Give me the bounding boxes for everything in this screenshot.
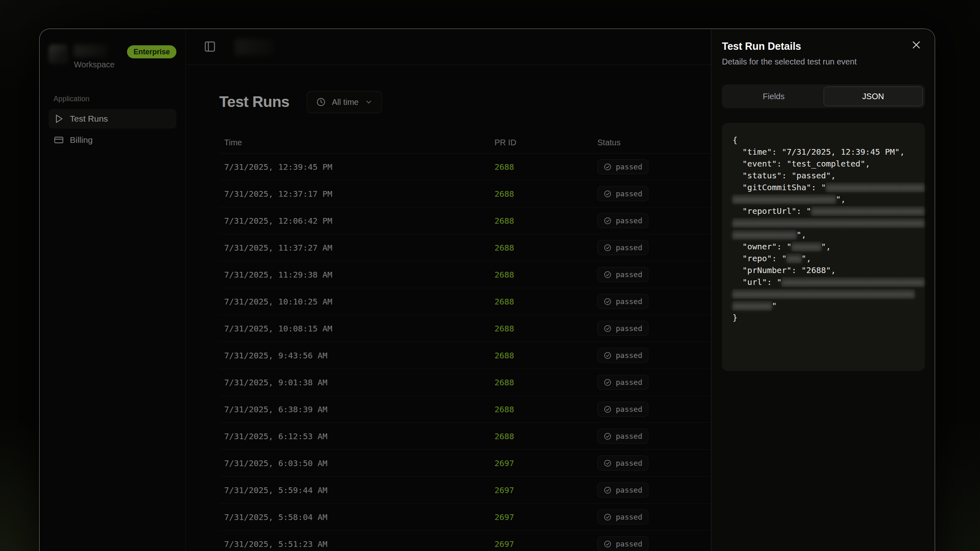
table-row[interactable]: 7/31/2025, 9:43:56 AM 2688 passed [219, 342, 710, 369]
redacted-value: xxx [786, 253, 801, 263]
table-row[interactable]: 7/31/2025, 5:51:23 AM 2697 passed [219, 531, 710, 551]
cell-time: 7/31/2025, 11:29:38 AM [219, 270, 490, 280]
status-label: passed [616, 459, 642, 467]
circle-check-icon [604, 513, 612, 521]
table-row[interactable]: 7/31/2025, 10:10:25 AM 2688 passed [219, 288, 710, 315]
workspace-meta: Workspace [74, 44, 121, 69]
table-row[interactable]: 7/31/2025, 10:08:15 AM 2688 passed [219, 315, 710, 342]
tab-json[interactable]: JSON [824, 87, 923, 106]
table-row[interactable]: 7/31/2025, 6:03:50 AM 2697 passed [219, 450, 710, 477]
cell-pr-id: 2688 [490, 216, 592, 226]
pr-id-link[interactable]: 2697 [494, 458, 514, 468]
pr-id-link[interactable]: 2688 [494, 431, 514, 441]
pr-id-link[interactable]: 2697 [494, 512, 514, 522]
status-badge: passed [597, 186, 648, 201]
cell-status: passed [592, 348, 710, 363]
table-row[interactable]: 7/31/2025, 12:06:42 PM 2688 passed [219, 207, 710, 234]
cell-pr-id: 2688 [490, 243, 592, 253]
pr-id-link[interactable]: 2688 [494, 216, 514, 226]
status-badge: passed [597, 321, 648, 336]
table-row[interactable]: 7/31/2025, 12:37:17 PM 2688 passed [219, 180, 710, 207]
cell-pr-id: 2697 [490, 539, 592, 549]
status-label: passed [616, 189, 642, 198]
table-row[interactable]: 7/31/2025, 5:59:44 AM 2697 passed [219, 477, 710, 504]
sidebar-item-test-runs[interactable]: Test Runs [49, 109, 176, 129]
cell-time: 7/31/2025, 9:43:56 AM [219, 351, 490, 360]
cell-time: 7/31/2025, 12:37:17 PM [219, 189, 490, 199]
table-row[interactable]: 7/31/2025, 9:01:38 AM 2688 passed [219, 369, 710, 396]
pr-id-link[interactable]: 2688 [494, 404, 514, 414]
time-filter-dropdown[interactable]: All time [307, 91, 383, 113]
workspace-name-redacted [74, 44, 107, 57]
pr-id-link[interactable]: 2688 [494, 270, 514, 280]
status-label: passed [616, 540, 642, 548]
status-badge: passed [597, 402, 648, 417]
cell-pr-id: 2688 [490, 189, 592, 199]
sidebar-section-label: Application [53, 95, 176, 103]
status-label: passed [616, 432, 642, 440]
table-row[interactable]: 7/31/2025, 12:39:45 PM 2688 passed [219, 153, 710, 180]
circle-check-icon [604, 378, 612, 387]
cell-status: passed [592, 294, 710, 309]
circle-check-icon [604, 190, 612, 198]
pr-id-link[interactable]: 2688 [494, 189, 514, 199]
pr-id-link[interactable]: 2697 [494, 539, 514, 549]
status-badge: passed [597, 482, 648, 498]
cell-time: 7/31/2025, 9:01:38 AM [219, 378, 490, 387]
sidebar-item-label: Billing [70, 135, 93, 145]
test-run-details-panel: Test Run Details Details for the selecte… [711, 29, 935, 551]
pr-id-link[interactable]: 2688 [494, 243, 514, 253]
app-window: Workspace Enterprise Application Test Ru… [39, 29, 935, 551]
status-label: passed [616, 243, 642, 252]
status-label: passed [616, 324, 642, 333]
cell-pr-id: 2688 [490, 297, 592, 307]
pr-id-link[interactable]: 2697 [494, 485, 514, 495]
table-row[interactable]: 7/31/2025, 6:12:53 AM 2688 passed [219, 423, 710, 450]
cell-status: passed [592, 482, 710, 498]
close-panel-button[interactable] [911, 40, 923, 52]
status-label: passed [616, 216, 642, 225]
pr-id-link[interactable]: 2688 [494, 378, 514, 387]
cell-time: 7/31/2025, 12:39:45 PM [219, 162, 490, 172]
redacted-value: xxxxxxxxxxxxxxxxxxxxxxx [811, 206, 924, 216]
table-row[interactable]: 7/31/2025, 11:37:27 AM 2688 passed [219, 234, 710, 261]
time-filter-value: All time [332, 98, 359, 107]
cell-pr-id: 2697 [490, 458, 592, 468]
details-title: Test Run Details [722, 40, 925, 52]
pr-id-link[interactable]: 2688 [494, 297, 514, 307]
circle-check-icon [604, 459, 612, 467]
pr-id-link[interactable]: 2688 [494, 351, 514, 360]
circle-check-icon [604, 244, 612, 252]
page-title: Test Runs [219, 93, 290, 111]
cell-pr-id: 2688 [490, 351, 592, 360]
sidebar-item-billing[interactable]: Billing [49, 130, 176, 150]
sidebar-toggle-button[interactable] [204, 40, 217, 53]
redacted-value: xxxxxx [792, 242, 821, 251]
cell-time: 7/31/2025, 10:10:25 AM [219, 297, 490, 307]
status-label: passed [616, 378, 642, 387]
redacted-value: xxxxxxxx [733, 301, 772, 311]
status-badge: passed [597, 509, 648, 524]
title-row: Test Runs All time [219, 91, 711, 113]
circle-check-icon [604, 163, 612, 171]
table-row[interactable]: 7/31/2025, 6:38:39 AM 2688 passed [219, 396, 710, 423]
panel-left-icon [204, 40, 216, 53]
table-row[interactable]: 7/31/2025, 11:29:38 AM 2688 passed [219, 261, 710, 288]
status-label: passed [616, 162, 642, 171]
details-tabs: Fields JSON [722, 84, 925, 108]
circle-check-icon [604, 271, 612, 279]
table-row[interactable]: 7/31/2025, 5:58:04 AM 2697 passed [219, 504, 710, 531]
topbar [186, 29, 711, 65]
workspace-logo [49, 44, 68, 64]
pr-id-link[interactable]: 2688 [494, 162, 514, 172]
content: Test Runs All time Time PR ID Status 7/3… [186, 65, 711, 551]
cell-time: 7/31/2025, 11:37:27 AM [219, 243, 490, 253]
circle-check-icon [604, 351, 612, 360]
status-badge: passed [597, 375, 648, 390]
tab-fields[interactable]: Fields [724, 87, 824, 106]
column-header-status: Status [592, 138, 710, 147]
table-body: 7/31/2025, 12:39:45 PM 2688 passed 7/31/… [219, 153, 710, 551]
workspace-switcher[interactable]: Workspace Enterprise [49, 44, 176, 69]
cell-status: passed [592, 429, 710, 444]
pr-id-link[interactable]: 2688 [494, 324, 514, 333]
